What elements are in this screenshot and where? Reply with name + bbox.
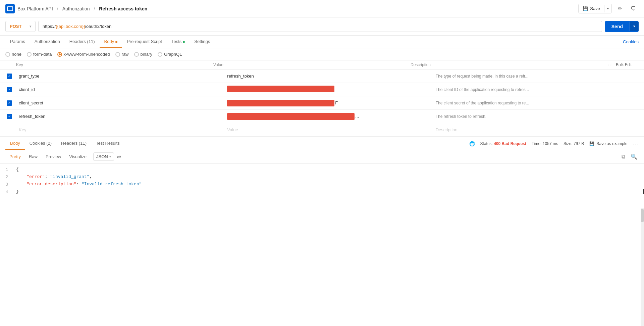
empty-value[interactable]: Value	[224, 125, 433, 134]
tab-settings[interactable]: Settings	[190, 36, 215, 48]
json-viewer: 1 { 2 "error": "invalid_grant", 3 "error…	[0, 164, 644, 198]
copy-button[interactable]: ⧉	[620, 152, 627, 161]
response-section: Body Cookies (2) Headers (11) Test Resul…	[0, 137, 644, 198]
save-button[interactable]: 💾 Save	[579, 4, 604, 13]
breadcrumb-auth[interactable]: Authorization	[62, 6, 90, 11]
row3-checkbox[interactable]: ✓	[7, 100, 12, 106]
url-template: {{api.box.com}}	[56, 24, 85, 29]
row4-checkbox[interactable]: ✓	[7, 114, 12, 119]
response-more-options[interactable]: ···	[633, 141, 639, 146]
json-line-4: 4 }	[0, 188, 644, 196]
row3-desc: The client secret of the application req…	[433, 99, 641, 107]
response-meta: 🌐 Status: 400 Bad Request Time: 1057 ms …	[469, 141, 639, 146]
send-button[interactable]: Send	[605, 21, 630, 32]
edit-button[interactable]: ✏	[614, 3, 625, 14]
save-button-group[interactable]: 💾 Save ▾	[578, 4, 612, 13]
search-button[interactable]: 🔍	[629, 152, 639, 161]
scrollbar[interactable]	[641, 208, 644, 326]
radio-inner	[59, 53, 61, 55]
response-tab-test-results[interactable]: Test Results	[91, 137, 124, 150]
globe-icon: 🌐	[469, 141, 475, 146]
format-tab-raw[interactable]: Raw	[25, 152, 42, 161]
row3-key[interactable]: client_secret	[16, 99, 224, 107]
row1-key[interactable]: grant_type	[16, 72, 224, 80]
breadcrumb-current: Refresh access token	[99, 6, 147, 11]
scrollbar-thumb[interactable]	[641, 209, 644, 222]
radio-x-www[interactable]: x-www-form-urlencoded	[57, 52, 110, 57]
format-tab-visualize[interactable]: Visualize	[65, 152, 91, 161]
tab-headers[interactable]: Headers (11)	[65, 36, 100, 48]
url-prefix: https://	[43, 24, 56, 29]
row2-desc: The client ID of the application request…	[433, 86, 641, 93]
row4-checkbox-cell: ✓	[3, 114, 16, 119]
empty-key[interactable]: Key	[16, 125, 224, 134]
json-line-3: 3 "error_description": "Invalid refresh …	[0, 181, 644, 188]
tab-authorization[interactable]: Authorization	[30, 36, 65, 48]
response-tabs: Body Cookies (2) Headers (11) Test Resul…	[0, 137, 644, 150]
tab-pre-request[interactable]: Pre-request Script	[122, 36, 167, 48]
time-label: Time: 1057 ms	[532, 141, 558, 146]
method-select[interactable]: POST ▾	[5, 21, 36, 32]
row4-key[interactable]: refresh_token	[16, 112, 224, 120]
wrap-icon[interactable]: ⇌	[117, 153, 121, 160]
size-value: 797 B	[574, 141, 584, 146]
send-button-group[interactable]: Send ▾	[605, 21, 639, 32]
response-tab-headers[interactable]: Headers (11)	[56, 137, 91, 150]
time-value: 1057 ms	[543, 141, 558, 146]
row2-value[interactable]: ​​​​​​​​​​​​​​​​​​​​​​​​​​​​​​​	[224, 84, 433, 95]
line-num-2: 2	[0, 174, 13, 180]
radio-graphql[interactable]: GraphQL	[158, 52, 182, 57]
url-bar: POST ▾ https://{{api.box.com}}/oauth2/to…	[0, 17, 644, 36]
header-left: Box Platform API / Authorization / Refre…	[5, 4, 147, 13]
save-icon: 💾	[583, 6, 588, 11]
bulk-edit-button[interactable]: Bulk Edit	[616, 62, 632, 67]
radio-binary[interactable]: binary	[134, 52, 152, 57]
tab-body[interactable]: Body	[100, 36, 122, 48]
line-num-1: 1	[0, 167, 13, 172]
format-tab-preview[interactable]: Preview	[42, 152, 65, 161]
empty-desc[interactable]: Description	[433, 125, 641, 134]
json-line-2: 2 "error": "invalid_grant",	[0, 174, 644, 181]
send-dropdown-arrow[interactable]: ▾	[630, 21, 639, 31]
row2-key[interactable]: client_id	[16, 86, 224, 93]
tab-tests[interactable]: Tests	[167, 36, 190, 48]
response-tab-cookies[interactable]: Cookies (2)	[25, 137, 56, 150]
row1-checkbox[interactable]: ✓	[7, 74, 12, 79]
row4-value[interactable]: ​ ...	[224, 112, 433, 121]
row2-checkbox[interactable]: ✓	[7, 87, 12, 92]
logo-icon	[7, 6, 13, 11]
header-actions: 💾 Save ▾ ✏ 🗨	[578, 3, 639, 14]
format-tab-pretty[interactable]: Pretty	[5, 152, 25, 161]
save-dropdown-arrow[interactable]: ▾	[604, 5, 611, 12]
save-example-button[interactable]: 💾 Save as example	[589, 141, 627, 146]
row3-checkbox-cell: ✓	[3, 100, 16, 106]
row4-desc: The refresh token to refresh.	[433, 113, 641, 120]
table-more-icon[interactable]: ···	[608, 62, 613, 67]
radio-form-data[interactable]: form-data	[27, 52, 52, 57]
tests-dot	[183, 41, 185, 43]
row3-value-suffix: F	[335, 100, 338, 105]
row3-value[interactable]: ​ F	[224, 98, 433, 108]
radio-raw-circle	[115, 52, 120, 57]
radio-none[interactable]: none	[5, 52, 21, 57]
tab-params[interactable]: Params	[5, 36, 30, 48]
radio-raw[interactable]: raw	[115, 52, 129, 57]
size-label: Size: 797 B	[564, 141, 584, 146]
radio-x-www-circle	[57, 52, 62, 57]
json-content-4: }	[13, 189, 643, 194]
row2-value-redacted: ​​​​​​​​​​​​​​​​​​​​​​​​​​​​​​​	[227, 86, 334, 92]
tab-cookies[interactable]: Cookies	[623, 39, 639, 44]
breadcrumb-sep2: /	[94, 6, 95, 11]
header: Box Platform API / Authorization / Refre…	[0, 0, 644, 17]
url-input[interactable]: https://{{api.box.com}}/oauth2/token	[38, 21, 602, 32]
row1-value[interactable]: refresh_token	[224, 72, 433, 80]
comment-button[interactable]: 🗨	[628, 3, 639, 14]
table-header: Key Value Description ··· Bulk Edit	[0, 60, 644, 69]
status-value: 400 Bad Request	[494, 141, 526, 146]
breadcrumb-app[interactable]: Box Platform API	[17, 6, 53, 11]
header-value-col: Value	[213, 62, 411, 67]
save-example-icon: 💾	[589, 141, 594, 146]
table-row: ✓ client_secret ​ F The client secret of…	[0, 96, 644, 110]
format-select[interactable]: JSON ▾	[93, 152, 114, 161]
response-tab-body[interactable]: Body	[5, 137, 25, 150]
